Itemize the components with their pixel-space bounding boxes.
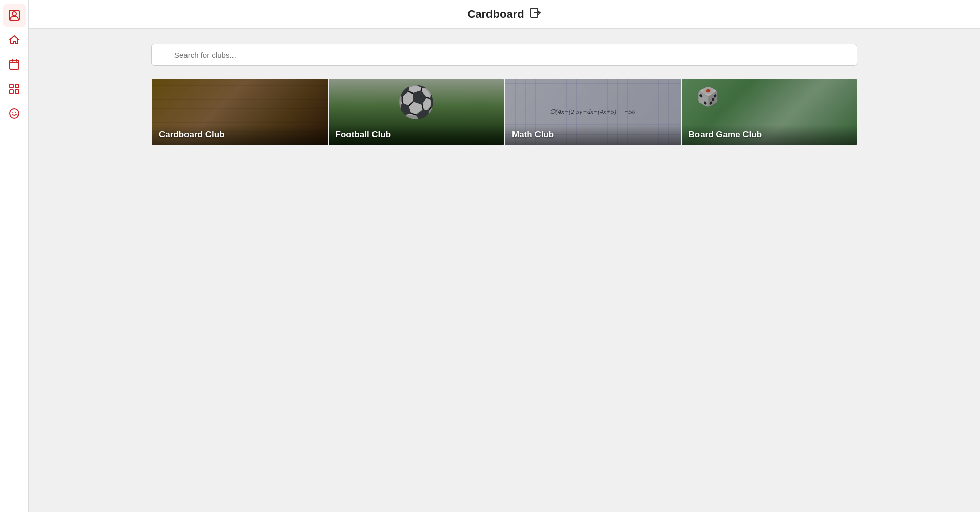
social-icon	[8, 107, 20, 120]
home-icon	[8, 34, 20, 46]
main-area: Cardboard	[29, 0, 980, 512]
club-card-football-club[interactable]: Football Club	[329, 79, 504, 145]
board-icon	[8, 83, 20, 95]
sidebar-item-social[interactable]	[3, 102, 26, 125]
calendar-icon	[8, 58, 20, 71]
clubs-grid: Cardboard Club Football Club ∅(4x−(2-5y+…	[151, 78, 857, 146]
club-label: Cardboard Club	[152, 125, 328, 145]
svg-rect-6	[10, 84, 13, 88]
club-card-cardboard-club[interactable]: Cardboard Club	[152, 79, 328, 145]
search-wrapper	[151, 44, 857, 66]
svg-rect-2	[10, 60, 19, 69]
sidebar-item-calendar[interactable]	[3, 53, 26, 76]
svg-point-12	[15, 112, 16, 113]
svg-rect-8	[10, 90, 13, 94]
club-card-math-club[interactable]: ∅(4x−(2-5y+dx−(4x+5) = −50 Math Club	[505, 79, 681, 145]
svg-point-11	[12, 112, 13, 113]
club-label: Football Club	[329, 125, 504, 145]
app-title: Cardboard	[467, 8, 524, 21]
sidebar-item-home[interactable]	[3, 29, 26, 51]
logout-icon	[529, 7, 542, 19]
header: Cardboard	[29, 0, 980, 29]
content-area: Cardboard Club Football Club ∅(4x−(2-5y+…	[29, 29, 980, 512]
logout-button[interactable]	[529, 7, 542, 22]
svg-point-10	[10, 109, 19, 118]
club-card-board-game-club[interactable]: Board Game Club	[682, 79, 857, 145]
svg-rect-9	[15, 90, 19, 94]
club-label: Math Club	[505, 125, 681, 145]
header-title-group: Cardboard	[467, 7, 541, 22]
search-input[interactable]	[151, 44, 857, 66]
svg-point-1	[12, 12, 16, 16]
svg-rect-7	[15, 84, 19, 88]
profile-icon	[8, 9, 20, 21]
club-label: Board Game Club	[682, 125, 857, 145]
sidebar	[0, 0, 29, 512]
sidebar-item-profile[interactable]	[3, 4, 26, 27]
sidebar-item-board[interactable]	[3, 78, 26, 100]
search-container	[151, 44, 857, 66]
